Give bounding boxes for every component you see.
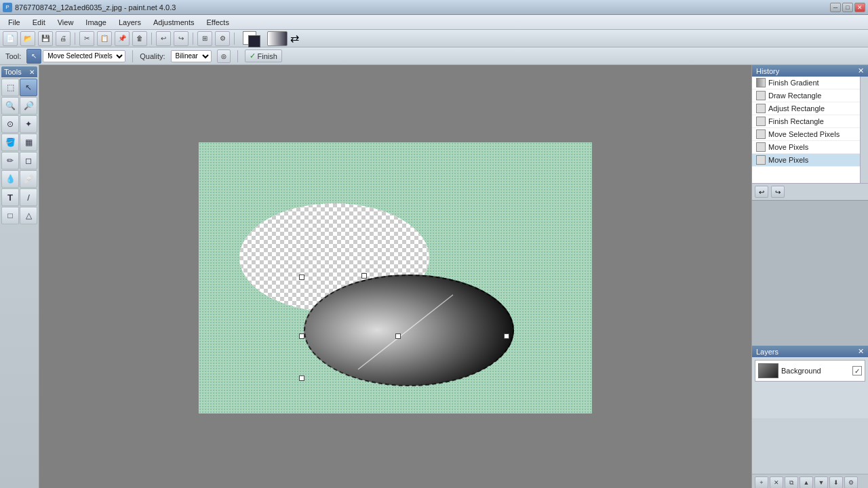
title-bar: P 8767708742_12a1ed6035_z.jpg - paint.ne… — [0, 0, 868, 15]
handle-bottom-left[interactable] — [299, 375, 304, 381]
history-scrollbar[interactable] — [860, 77, 868, 183]
grid-button[interactable]: ⊞ — [197, 31, 212, 46]
tools-close-icon[interactable]: ✕ — [29, 68, 35, 76]
sep6 — [237, 50, 238, 62]
tool-zoom-out[interactable]: 🔎 — [20, 97, 37, 115]
delete-button[interactable]: 🗑 — [132, 31, 147, 46]
history-item-finish-rect[interactable]: Finish Rectangle — [752, 115, 860, 128]
redo-button[interactable]: ↪ — [174, 31, 189, 46]
copy-button[interactable]: 📋 — [97, 31, 112, 46]
sep4 — [234, 33, 235, 45]
settings-button[interactable]: ⚙ — [215, 31, 230, 46]
history-icon — [756, 104, 766, 113]
layer-move-down-button[interactable]: ▼ — [814, 476, 828, 488]
tool-shapes[interactable]: △ — [20, 207, 37, 224]
cut-button[interactable]: ✂ — [79, 31, 94, 46]
quality-select[interactable]: Bilinear — [171, 50, 212, 62]
menu-image[interactable]: Image — [80, 17, 112, 28]
tool-text[interactable]: T — [1, 188, 19, 206]
menu-view[interactable]: View — [52, 17, 79, 28]
window-title: 8767708742_12a1ed6035_z.jpg - paint.net … — [15, 3, 176, 12]
swap-colors-button[interactable]: ⇄ — [290, 32, 299, 45]
history-icon — [756, 142, 766, 152]
history-item-label: Move Pixels — [768, 143, 808, 151]
layers-empty-area — [752, 418, 868, 474]
toolbar: 📄 📂 💾 🖨 ✂ 📋 📌 🗑 ↩ ↪ ⊞ ⚙ ⇄ — [0, 30, 868, 47]
layers-title: Layers — [756, 348, 778, 356]
new-button[interactable]: 📄 — [3, 31, 18, 46]
fg-color-swatch[interactable] — [248, 35, 260, 47]
layer-background[interactable]: Background ✓ — [755, 360, 865, 382]
handle-right[interactable] — [504, 333, 509, 339]
layer-add-button[interactable]: + — [755, 476, 768, 488]
tool-color-picker[interactable]: 💧 — [1, 170, 19, 188]
gradient-display[interactable] — [267, 31, 288, 46]
tool-select[interactable]: Move Selected Pixels — [43, 50, 125, 62]
tool-options-bar: Tool: ↖ Move Selected Pixels Quality: Bi… — [0, 47, 868, 65]
handle-center-left[interactable] — [299, 333, 304, 339]
history-icon — [756, 117, 766, 126]
layer-properties-button[interactable]: ⚙ — [844, 476, 858, 488]
finish-check-icon: ✓ — [250, 52, 256, 60]
menu-adjustments[interactable]: Adjustments — [148, 17, 200, 28]
menu-layers[interactable]: Layers — [113, 17, 146, 28]
close-button[interactable]: ✕ — [854, 3, 865, 12]
open-button[interactable]: 📂 — [20, 31, 35, 46]
antialias-button[interactable]: ◎ — [217, 49, 231, 63]
minimize-button[interactable]: ─ — [830, 3, 841, 12]
history-item-move-pixels-1[interactable]: Move Pixels — [752, 141, 860, 154]
canvas-area[interactable] — [39, 65, 751, 488]
handle-center[interactable] — [395, 333, 401, 339]
tool-gradient[interactable]: ▦ — [20, 134, 37, 151]
tool-line[interactable]: / — [20, 188, 37, 206]
history-item-label: Move Selected Pixels — [768, 130, 840, 138]
history-item-move-pixels-2[interactable]: Move Pixels — [752, 154, 860, 167]
tool-magic-wand[interactable]: ✦ — [20, 115, 37, 133]
window-controls[interactable]: ─ □ ✕ — [830, 3, 865, 12]
app-icon: P — [3, 3, 12, 12]
menu-file[interactable]: File — [3, 17, 26, 28]
menu-effects[interactable]: Effects — [201, 17, 235, 28]
sep3 — [193, 33, 193, 45]
history-undo-button[interactable]: ↩ — [755, 186, 768, 198]
tools-panel: Tools ✕ ⬚ ↖ 🔍 🔎 ⊙ ✦ 🪣 ▦ ✏ ◻ 💧 🩹 T / □ △ — [0, 65, 39, 488]
history-item-adjust-rect[interactable]: Adjust Rectangle — [752, 102, 860, 115]
tool-zoom[interactable]: 🔍 — [1, 97, 19, 115]
tool-label: Tool: — [5, 52, 21, 60]
layer-visibility-check[interactable]: ✓ — [852, 366, 862, 375]
layer-move-up-button[interactable]: ▲ — [800, 476, 813, 488]
layer-duplicate-button[interactable]: ⧉ — [785, 476, 798, 488]
color-swatches[interactable] — [241, 30, 264, 47]
tool-pencil[interactable]: ✏ — [1, 152, 19, 169]
canvas-image — [199, 142, 592, 413]
finish-button[interactable]: ✓ Finish — [245, 49, 282, 62]
handle-top-left[interactable] — [299, 274, 304, 280]
tool-rectangle[interactable]: □ — [1, 207, 19, 224]
tool-select-rect[interactable]: ⬚ — [1, 79, 19, 96]
history-item-draw-rect[interactable]: Draw Rectangle — [752, 89, 860, 102]
maximize-button[interactable]: □ — [842, 3, 853, 12]
history-item-move-selected[interactable]: Move Selected Pixels — [752, 128, 860, 141]
menu-edit[interactable]: Edit — [27, 17, 51, 28]
undo-button[interactable]: ↩ — [156, 31, 171, 46]
history-icon — [756, 78, 766, 87]
history-redo-button[interactable]: ↪ — [771, 186, 785, 198]
layers-close-icon[interactable]: ✕ — [858, 347, 864, 356]
history-item-finish-gradient[interactable]: Finish Gradient — [752, 77, 860, 89]
save-button[interactable]: 💾 — [38, 31, 53, 46]
history-header: History ✕ — [752, 65, 868, 77]
tool-clone[interactable]: 🩹 — [20, 170, 37, 188]
paste-button[interactable]: 📌 — [115, 31, 130, 46]
tool-move-selected[interactable]: ↖ — [20, 79, 37, 96]
layer-merge-button[interactable]: ⬇ — [829, 476, 843, 488]
tools-title: Tools — [4, 68, 22, 76]
print-button[interactable]: 🖨 — [56, 31, 71, 46]
history-controls: ↩ ↪ — [752, 183, 868, 200]
handle-top-right[interactable] — [361, 273, 367, 279]
tool-eraser[interactable]: ◻ — [20, 152, 37, 169]
history-close-icon[interactable]: ✕ — [858, 66, 864, 75]
tool-paint-bucket[interactable]: 🪣 — [1, 134, 19, 151]
layers-list: Background ✓ — [752, 357, 868, 418]
layer-delete-button[interactable]: ✕ — [770, 476, 783, 488]
tool-ellipse[interactable]: ⊙ — [1, 115, 19, 133]
